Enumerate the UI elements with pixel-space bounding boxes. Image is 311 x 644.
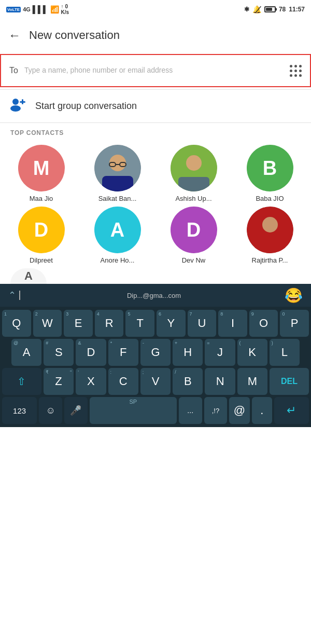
svg-point-12 xyxy=(186,155,202,171)
key-w[interactable]: 2W xyxy=(33,310,62,337)
contact-name-dev-nw: Dev Nw xyxy=(182,256,206,264)
to-field[interactable]: To Type a name, phone number or email ad… xyxy=(0,54,311,87)
battery-percent: 78 xyxy=(279,6,286,13)
contact-ashish-up[interactable]: Ashish Up... xyxy=(158,145,230,202)
back-button[interactable]: ← xyxy=(8,28,21,43)
top-contacts-header: TOP CONTACTS xyxy=(0,123,311,141)
key-c[interactable]: :C xyxy=(108,368,138,395)
wifi-icon: 📶 xyxy=(50,5,59,13)
svg-point-0 xyxy=(12,99,19,105)
key-g[interactable]: -G xyxy=(140,339,171,366)
key-v[interactable]: ;V xyxy=(140,368,171,395)
svg-rect-16 xyxy=(255,238,286,253)
key-e[interactable]: 3E xyxy=(64,310,93,337)
enter-key[interactable]: ↵ xyxy=(274,397,309,424)
bluetooth-icon: ✱ xyxy=(244,6,249,13)
notification-bell-icon: 🔔̸ xyxy=(252,5,261,13)
page-title: New conversation xyxy=(29,29,120,42)
avatar-baba-jio: B xyxy=(247,145,293,191)
contact-dev-nw[interactable]: D Dev Nw xyxy=(158,207,230,264)
key-p[interactable]: 0P xyxy=(280,310,309,337)
avatar-dev-nw: D xyxy=(171,207,217,253)
key-at[interactable]: @ xyxy=(229,397,249,424)
avatar-rajtirtha-p xyxy=(247,207,293,253)
contact-rajtirtha-p[interactable]: Rajtirtha P... xyxy=(234,207,306,264)
contact-name-baba-jio: Baba JIO xyxy=(256,195,284,202)
key-o[interactable]: 9O xyxy=(249,310,278,337)
key-x[interactable]: 'X xyxy=(76,368,106,395)
start-group-conversation[interactable]: Start group conversation xyxy=(0,90,311,122)
key-f[interactable]: *F xyxy=(108,339,138,366)
data-speed: ↑ 0K/s xyxy=(61,4,69,15)
contact-maa-jio[interactable]: M Maa Jio xyxy=(5,145,77,202)
contact-baba-jio[interactable]: B Baba JIO xyxy=(234,145,306,202)
to-label: To xyxy=(9,66,18,75)
keyboard-row-3: ⇧ ₹"Z 'X :C ;V /B N M DEL xyxy=(0,367,311,396)
recipient-input[interactable]: Type a name, phone number or email addre… xyxy=(24,65,284,76)
status-right: ✱ 🔔̸ 78 11:57 xyxy=(244,5,305,13)
key-t[interactable]: 5T xyxy=(125,310,154,337)
mic-key[interactable]: 🎤 xyxy=(64,397,88,424)
keyboard-suggestion-bar[interactable]: ⌃ Dip...@gma...com 😂 xyxy=(0,284,311,307)
key-punctuation[interactable]: ,!? xyxy=(204,397,228,424)
contact-dilpreet[interactable]: D Dilpreet xyxy=(5,207,77,264)
group-icon xyxy=(10,97,27,115)
status-left: VoLTE 4G ▌▌▌ 📶 ↑ 0K/s xyxy=(6,4,69,15)
keyboard-row-2: @A #S &D *F -G +H =J (K )L xyxy=(0,338,311,367)
key-r[interactable]: 4R xyxy=(95,310,124,337)
mic-icon: 🎤 xyxy=(70,405,81,416)
key-k[interactable]: (K xyxy=(237,339,267,366)
status-bar: VoLTE 4G ▌▌▌ 📶 ↑ 0K/s ✱ 🔔̸ 78 11:57 xyxy=(0,0,311,19)
contact-name-rajtirtha-p: Rajtirtha P... xyxy=(252,256,288,264)
shift-key[interactable]: ⇧ xyxy=(2,368,41,395)
clock: 11:57 xyxy=(289,6,305,13)
num-key[interactable]: 123 xyxy=(2,397,37,424)
contact-saikat-ban[interactable]: Saikat Ban... xyxy=(81,145,153,202)
avatar-dilpreet: D xyxy=(18,207,65,253)
key-u[interactable]: 7U xyxy=(188,310,217,337)
group-conversation-label: Start group conversation xyxy=(35,101,137,112)
svg-point-1 xyxy=(10,105,21,112)
key-q[interactable]: 1Q xyxy=(2,310,31,337)
avatar-maa-jio: M xyxy=(18,145,65,191)
key-m[interactable]: M xyxy=(237,368,267,395)
volte-badge: VoLTE xyxy=(6,7,21,12)
key-l[interactable]: )L xyxy=(270,339,300,366)
contact-anore-ho[interactable]: A Anore Ho... xyxy=(81,207,153,264)
key-b[interactable]: /B xyxy=(173,368,203,395)
enter-icon: ↵ xyxy=(287,404,296,417)
key-dotdotdot[interactable]: ... xyxy=(179,397,202,424)
app-bar: ← New conversation xyxy=(0,19,311,52)
key-s[interactable]: #S xyxy=(44,339,74,366)
key-d[interactable]: &D xyxy=(76,339,106,366)
cursor-indicator xyxy=(19,291,20,300)
key-j[interactable]: =J xyxy=(205,339,235,366)
key-h[interactable]: +H xyxy=(173,339,203,366)
avatar-ashish-up xyxy=(171,145,217,191)
contacts-grid: M Maa Jio Saikat Ban... Ashis xyxy=(0,141,311,268)
svg-rect-13 xyxy=(178,177,209,191)
keyboard-suggestion[interactable]: Dip...@gma...com xyxy=(23,292,285,299)
space-key[interactable]: SP xyxy=(90,397,177,424)
emoji-suggestion[interactable]: 😂 xyxy=(285,287,303,304)
keyboard: ⌃ Dip...@gma...com 😂 1Q 2W 3E 4R 5T 6Y 7… xyxy=(0,284,311,427)
svg-rect-6 xyxy=(102,176,133,191)
contact-name-saikat-ban: Saikat Ban... xyxy=(98,195,137,202)
keyboard-collapse-button[interactable]: ⌃ xyxy=(8,290,16,301)
key-z[interactable]: ₹"Z xyxy=(44,368,74,395)
avatar-anore-ho: A xyxy=(94,207,141,253)
keyboard-row-4: 123 ☺ 🎤 SP ... ,!? @ . ↵ xyxy=(0,396,311,427)
contact-name-maa-jio: Maa Jio xyxy=(30,195,53,202)
key-a[interactable]: @A xyxy=(11,339,41,366)
delete-key[interactable]: DEL xyxy=(270,368,309,395)
key-n[interactable]: N xyxy=(205,368,235,395)
signal-4g: 4G xyxy=(23,6,31,12)
svg-point-15 xyxy=(262,217,278,232)
keyboard-row-1: 1Q 2W 3E 4R 5T 6Y 7U 8I 9O 0P xyxy=(0,309,311,338)
emoji-key[interactable]: ☺ xyxy=(39,397,62,424)
key-y[interactable]: 6Y xyxy=(157,310,186,337)
shift-icon: ⇧ xyxy=(17,375,26,388)
key-i[interactable]: 8I xyxy=(218,310,247,337)
contacts-picker-icon[interactable] xyxy=(290,65,302,77)
key-period[interactable]: . xyxy=(252,397,272,424)
